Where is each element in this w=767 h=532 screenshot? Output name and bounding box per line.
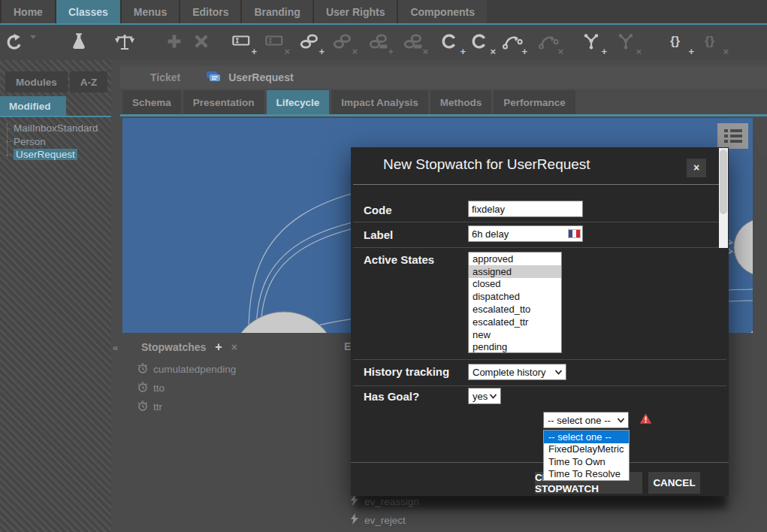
history-tracking-select[interactable]: Complete history: [468, 364, 566, 380]
scrollbar-thumb[interactable]: [720, 150, 727, 214]
active-state-option[interactable]: closed: [469, 278, 561, 291]
delete-linkset-button[interactable]: ×: [403, 31, 427, 55]
list-icon: [724, 129, 742, 132]
class-tab[interactable]: Lifecycle: [267, 90, 330, 114]
label-input[interactable]: [468, 225, 583, 242]
class-tab[interactable]: Schema: [122, 90, 181, 114]
active-state-option[interactable]: approved: [469, 252, 561, 265]
goal-option[interactable]: Time To Resolve: [544, 468, 629, 481]
event-item[interactable]: ev_reject: [350, 513, 406, 527]
add-node-button[interactable]: +: [581, 31, 605, 55]
add-transition-button[interactable]: +: [502, 31, 526, 55]
divider: [353, 385, 726, 386]
stopwatch-item[interactable]: tto: [137, 382, 165, 394]
divider: [353, 184, 726, 185]
active-state-option[interactable]: pending: [469, 341, 561, 353]
goal-option[interactable]: -- select one --: [544, 431, 629, 443]
delete-transition-button[interactable]: ×: [538, 31, 562, 55]
goal-option[interactable]: Time To Own: [544, 455, 629, 468]
code-input[interactable]: [468, 201, 583, 217]
nav-tab[interactable]: Menus: [120, 0, 179, 23]
sidebar-tab[interactable]: Modules: [5, 71, 68, 92]
warning-icon: [639, 413, 652, 428]
delete-class-button[interactable]: [192, 31, 216, 55]
stopwatches-header: Stopwatches + ×: [141, 340, 237, 354]
chevron-down-icon: [489, 393, 497, 400]
delete-field-button[interactable]: ×: [264, 31, 288, 55]
plus-badge-icon: +: [688, 47, 694, 56]
active-states-label: Active States: [364, 253, 434, 266]
active-state-option[interactable]: assigned: [469, 265, 561, 278]
sidebar-tab[interactable]: A-Z: [70, 71, 108, 92]
nav-tab[interactable]: Home: [0, 0, 55, 23]
tabs-accent-underline: [120, 114, 767, 116]
class-tab[interactable]: Presentation: [183, 90, 264, 114]
language-flag-icon[interactable]: [568, 229, 581, 238]
class-tab[interactable]: Impact Analysis: [331, 90, 427, 114]
plus-badge-icon: +: [601, 47, 607, 56]
dialog-title: New Stopwatch for UserRequest: [383, 156, 590, 173]
test-flask-button[interactable]: [69, 31, 93, 55]
breadcrumb-category: Ticket: [150, 71, 180, 83]
active-state-option[interactable]: escalated_ttr: [469, 316, 561, 328]
add-state-button[interactable]: +: [440, 31, 464, 55]
nav-tab[interactable]: User Rights: [313, 0, 397, 23]
new-stopwatch-dialog: New Stopwatch for UserRequest × Code Lab…: [351, 147, 729, 496]
application-window: HomeClassesMenusEditorsBrandingUser Righ…: [0, 0, 767, 532]
close-dialog-button[interactable]: ×: [687, 159, 706, 177]
active-state-option[interactable]: dispatched: [469, 290, 561, 303]
has-goal-label: Has Goal?: [364, 390, 419, 403]
cross-badge-icon: ×: [284, 47, 290, 56]
sidebar: ModulesA-Z Modified MailInboxStandardPer…: [0, 60, 111, 532]
plus-badge-icon: +: [388, 47, 394, 56]
diagram-legend-button[interactable]: [717, 123, 748, 149]
stopwatches-title: Stopwatches: [141, 341, 206, 353]
add-field-button[interactable]: +: [231, 31, 255, 55]
class-tree-item[interactable]: Person: [6, 135, 111, 149]
undo-button[interactable]: [5, 31, 29, 55]
delete-method-button[interactable]: {}×: [703, 31, 727, 55]
stopwatch-item[interactable]: ttr: [137, 401, 162, 413]
class-tree-item[interactable]: MailInboxStandard: [6, 122, 111, 135]
class-tabs: SchemaPresentationLifecycleImpact Analys…: [122, 90, 575, 114]
divider: [351, 462, 729, 463]
events-header: E: [344, 340, 351, 352]
delete-node-button[interactable]: ×: [616, 31, 640, 55]
nav-tab[interactable]: Classes: [55, 0, 120, 23]
active-states-listbox[interactable]: approvedassignedcloseddispatchedescalate…: [468, 252, 562, 353]
listbox-scrollbar[interactable]: [719, 148, 728, 248]
nav-tab[interactable]: Components: [397, 0, 487, 23]
add-linkset-button[interactable]: +: [368, 31, 392, 55]
top-nav: HomeClassesMenusEditorsBrandingUser Righ…: [0, 0, 767, 23]
sidebar-filter-underline: [0, 116, 111, 117]
sidebar-filter-tab-modified[interactable]: Modified: [0, 96, 66, 116]
class-tab[interactable]: Performance: [494, 90, 575, 114]
stopwatch-item[interactable]: cumulatedpending: [137, 363, 236, 376]
class-tree-item[interactable]: UserRequest: [6, 148, 111, 162]
collapse-panel-button[interactable]: «: [113, 342, 118, 353]
compare-scales-button[interactable]: [114, 31, 138, 55]
active-state-option[interactable]: escalated_tto: [469, 303, 561, 316]
list-icon: [724, 140, 742, 143]
close-stopwatches-button[interactable]: ×: [231, 341, 237, 353]
add-class-button[interactable]: [165, 31, 189, 55]
add-link-button[interactable]: +: [299, 31, 323, 55]
class-tab[interactable]: Methods: [430, 90, 492, 114]
delete-link-button[interactable]: ×: [332, 31, 356, 55]
breadcrumb-class-name: UserRequest: [228, 71, 293, 83]
add-stopwatch-button[interactable]: +: [215, 340, 222, 354]
cross-badge-icon: ×: [490, 47, 496, 56]
goal-dropdown-list: -- select one --FixedDelayMetricTime To …: [543, 430, 630, 481]
active-state-option[interactable]: new: [469, 328, 561, 341]
add-method-button[interactable]: {}+: [669, 31, 693, 55]
cancel-button[interactable]: CANCEL: [648, 472, 700, 494]
goal-select[interactable]: -- select one --: [543, 412, 629, 428]
undo-menu-caret[interactable]: [29, 31, 53, 55]
stopwatch-icon: [137, 363, 148, 376]
nav-tab[interactable]: Branding: [240, 0, 312, 23]
has-goal-select[interactable]: yes: [468, 388, 501, 404]
goal-option[interactable]: FixedDelayMetric: [544, 443, 629, 456]
delete-state-button[interactable]: ×: [470, 31, 494, 55]
nav-tab[interactable]: Editors: [179, 0, 240, 23]
history-tracking-label: History tracking: [364, 365, 449, 378]
